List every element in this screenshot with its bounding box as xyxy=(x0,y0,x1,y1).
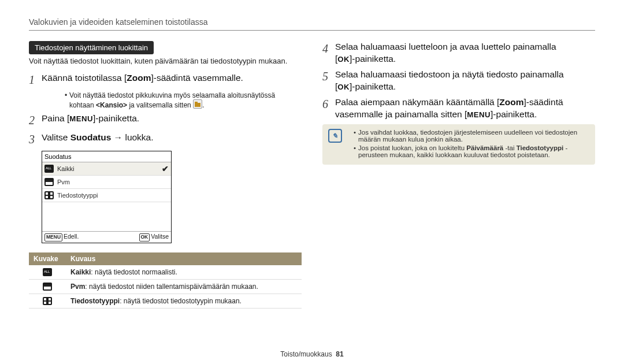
step-6: 6 Palaa aiempaan näkymään kääntämällä [Z… xyxy=(322,96,595,121)
table-row: Tiedostotyyppi: näytä tiedostot tiedosto… xyxy=(29,294,302,308)
text: ]-painiketta. xyxy=(350,54,396,64)
ok-label: OK xyxy=(337,55,350,64)
th-desc: Kuvaus xyxy=(66,252,302,265)
text: Valitse xyxy=(42,132,70,142)
all-icon xyxy=(43,268,52,276)
filter-row-date[interactable]: Pvm xyxy=(42,176,171,189)
icon-description-table: Kuvake Kuvaus Kaikki: näytä tiedostot no… xyxy=(29,252,302,309)
page-number: 81 xyxy=(336,350,343,358)
note-item: Jos vaihdat luokkaa, tiedostojen järjest… xyxy=(354,129,589,143)
text-bold: Zoom xyxy=(499,97,523,107)
text: ]-painiketta. xyxy=(350,81,396,91)
text: Käännä toistotilassa [ xyxy=(42,73,127,83)
section-heading-pill: Tiedostojen näyttäminen luokittain xyxy=(29,41,154,54)
cell-desc: Pvm: näytä tiedostot niiden tallentamisp… xyxy=(66,279,302,294)
page-footer: Toisto/muokkaus 81 xyxy=(0,350,624,358)
step-number: 1 xyxy=(29,72,42,88)
filetype-icon xyxy=(44,191,54,199)
text-bold: Tiedostotyyppi xyxy=(517,144,564,151)
cell-desc: Tiedostotyyppi: näytä tiedostot tiedosto… xyxy=(66,294,302,308)
spacer xyxy=(42,202,171,231)
sub-bullet: Voit näyttää tiedostot pikkukuvina myös … xyxy=(65,91,302,109)
steps-list-right: 4 Selaa haluamaasi luetteloon ja avaa lu… xyxy=(322,41,595,121)
check-icon: ✔ xyxy=(162,164,169,173)
calendar-icon xyxy=(43,283,52,291)
cell-icon xyxy=(29,265,66,280)
calendar-icon xyxy=(44,178,54,186)
step-5: 5 Selaa haluamaasi tiedostoon ja näytä t… xyxy=(322,69,595,93)
filter-menu-screenshot: Suodatus Kaikki ✔ Pvm Tiedostotyyppi xyxy=(42,151,172,243)
step-body: Käännä toistotilassa [Zoom]-säädintä vas… xyxy=(42,72,302,88)
text: -tai xyxy=(503,144,516,151)
text: : näytä tiedostot tiedostotyypin mukaan. xyxy=(120,297,242,305)
filter-row-label: Pvm xyxy=(57,179,70,185)
text: ja valitsemalla sitten xyxy=(127,101,191,109)
step-body: Valitse Suodatus → luokka. xyxy=(42,132,302,147)
text-bold: Suodatus xyxy=(70,132,112,142)
th-icon: Kuvake xyxy=(29,252,66,265)
filter-row-label: Kaikki xyxy=(57,165,74,172)
cell-desc: Kaikki: näytä tiedostot normaalisti. xyxy=(66,265,302,280)
step-1-sub: Voit näyttää tiedostot pikkukuvina myös … xyxy=(42,91,302,109)
page: Valokuvien ja videoiden katseleminen toi… xyxy=(0,0,624,364)
menu-button-hint: MENU xyxy=(44,233,62,242)
step-number: 4 xyxy=(322,41,335,65)
text: luokka. xyxy=(125,132,153,142)
text: : näytä tiedostot niiden tallentamispäiv… xyxy=(85,283,258,291)
text-bold: <Kansio> xyxy=(96,101,127,109)
filter-row-label: Tiedostotyyppi xyxy=(57,192,98,199)
text: ]-säädintä vasemmalle. xyxy=(151,73,243,83)
table-row: Kaikki: näytä tiedostot normaalisti. xyxy=(29,265,302,280)
ok-label: OK xyxy=(337,83,350,91)
left-column: Tiedostojen näyttäminen luokittain Voit … xyxy=(29,41,302,309)
text: Jos poistat luokan, joka on luokiteltu xyxy=(358,144,466,151)
filter-row-type[interactable]: Tiedostotyyppi xyxy=(42,189,171,202)
steps-list-left-cont: 2 Paina [MENU]-painiketta. 3 Valitse Suo… xyxy=(29,113,302,147)
text: ]-painiketta. xyxy=(93,113,139,123)
text-bold: Päivämäärä xyxy=(466,144,503,151)
filter-footer: MENUEdell. OKValitse xyxy=(42,231,171,243)
intro-text: Voit näyttää tiedostot luokittain, kuten… xyxy=(29,57,302,65)
folder-icon xyxy=(193,99,202,109)
step-body: Selaa haluamaasi luetteloon ja avaa luet… xyxy=(335,41,595,65)
footer-right: OKValitse xyxy=(139,233,169,242)
steps-list-left: 1 Käännä toistotilassa [Zoom]-säädintä v… xyxy=(29,72,302,88)
text-bold: Kaikki xyxy=(70,268,91,276)
menu-label: MENU xyxy=(69,114,93,123)
text: Palaa aiempaan näkymään kääntämällä [ xyxy=(335,97,499,107)
step-4: 4 Selaa haluamaasi luetteloon ja avaa lu… xyxy=(322,41,595,65)
page-header: Valokuvien ja videoiden katseleminen toi… xyxy=(29,17,595,31)
note-item: Jos poistat luokan, joka on luokiteltu P… xyxy=(354,144,589,158)
text-bold: Pvm xyxy=(70,283,85,291)
filter-title: Suodatus xyxy=(42,151,171,162)
content-columns: Tiedostojen näyttäminen luokittain Voit … xyxy=(29,41,595,309)
cell-icon xyxy=(29,279,66,294)
filter-row-all[interactable]: Kaikki ✔ xyxy=(42,162,171,176)
note-list: Jos vaihdat luokkaa, tiedostojen järjest… xyxy=(348,129,589,160)
text: Paina [ xyxy=(42,113,69,123)
text-bold: Zoom xyxy=(127,73,151,83)
step-2: 2 Paina [MENU]-painiketta. xyxy=(29,113,302,128)
note-box: ✎ Jos vaihdat luokkaa, tiedostojen järje… xyxy=(322,124,595,165)
menu-label: MENU xyxy=(467,110,491,119)
step-body: Palaa aiempaan näkymään kääntämällä [Zoo… xyxy=(335,96,595,121)
table-header-row: Kuvake Kuvaus xyxy=(29,252,302,265)
step-number: 6 xyxy=(322,96,335,121)
text: Selaa haluamaasi tiedostoon ja näytä tie… xyxy=(335,69,564,79)
text: ]-painiketta. xyxy=(491,109,537,119)
table-row: Pvm: näytä tiedostot niiden tallentamisp… xyxy=(29,279,302,294)
text: Selaa haluamaasi luetteloon ja avaa luet… xyxy=(335,42,556,51)
info-icon: ✎ xyxy=(328,129,342,143)
step-3: 3 Valitse Suodatus → luokka. xyxy=(29,132,302,147)
step-number: 5 xyxy=(322,69,335,93)
step-body: Paina [MENU]-painiketta. xyxy=(42,113,302,128)
all-icon xyxy=(44,165,54,173)
filetype-icon xyxy=(43,297,52,305)
text-bold: Tiedostotyyppi xyxy=(70,297,120,305)
step-number: 2 xyxy=(29,113,42,128)
ok-button-hint: OK xyxy=(139,233,150,242)
text: : näytä tiedostot normaalisti. xyxy=(91,268,177,276)
arrow-icon: → xyxy=(111,132,125,142)
right-column: 4 Selaa haluamaasi luetteloon ja avaa lu… xyxy=(322,41,595,309)
cell-icon xyxy=(29,294,66,308)
